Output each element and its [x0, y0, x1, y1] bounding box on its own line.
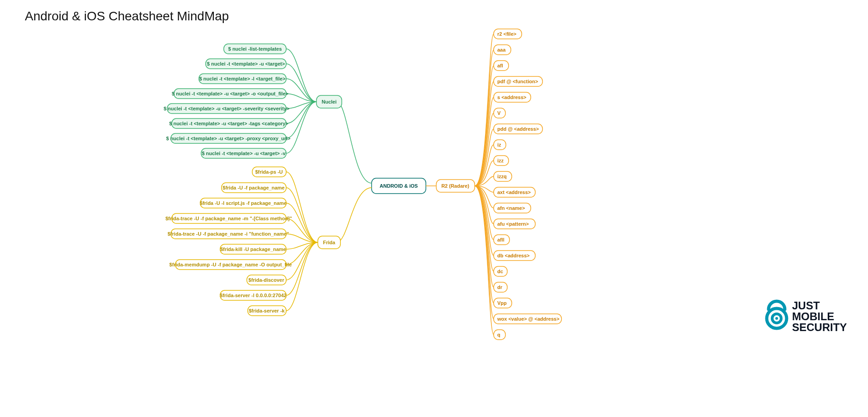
radare-leaf-10: axt <address> — [475, 186, 535, 197]
svg-text:$ nuclei -t <template> -u <tar: $ nuclei -t <template> -u <target> -o <o… — [172, 91, 288, 96]
lock-icon — [767, 301, 787, 328]
nuclei-label: Nuclei — [321, 99, 336, 104]
logo-line2: MOBILE — [792, 310, 834, 322]
frida-leaf-4: $frida-trace -U -f package_name -i "func… — [168, 229, 318, 242]
radare-label: R2 (Radare) — [441, 183, 469, 189]
nuclei-leaf-3: $ nuclei -t <template> -u <target> -o <o… — [172, 89, 316, 102]
svg-text:axt <address>: axt <address> — [497, 190, 531, 195]
svg-text:afl: afl — [497, 63, 503, 68]
svg-text:$ nuclei -t <template> -u <tar: $ nuclei -t <template> -u <target> -seve… — [164, 106, 289, 111]
edge-root-frida — [337, 188, 372, 242]
svg-text:afll: afll — [497, 237, 505, 242]
root-label: ANDROID & iOS — [380, 183, 418, 189]
svg-text:dc: dc — [497, 269, 503, 274]
nuclei-leaf-4: $ nuclei -t <template> -u <target> -seve… — [164, 102, 316, 114]
svg-text:$frida-server -k: $frida-server -k — [249, 308, 285, 313]
svg-text:$frida -U -l script.js -f pack: $frida -U -l script.js -f package_name — [200, 200, 287, 206]
svg-text:$frida -U -f package_name: $frida -U -f package_name — [223, 185, 285, 190]
svg-text:dr: dr — [497, 284, 503, 290]
svg-text:r2 <file>: r2 <file> — [497, 31, 516, 37]
brand-logo: JUST MOBILE SECURITY — [767, 299, 847, 333]
svg-text:$ nuclei -t <template> -u <tar: $ nuclei -t <template> -u <target> -v — [202, 151, 286, 156]
svg-text:izz: izz — [497, 158, 504, 163]
svg-text:wox <value> @ <address>: wox <value> @ <address> — [497, 316, 559, 322]
svg-text:Vpp: Vpp — [497, 300, 507, 306]
svg-text:$frida-trace -U -f package_nam: $frida-trace -U -f package_name -i "func… — [168, 231, 289, 237]
svg-text:$ nuclei -t <template> -u <tar: $ nuclei -t <template> -u <target> — [207, 61, 285, 66]
svg-text:afu <pattern>: afu <pattern> — [497, 221, 529, 227]
frida-node: Frida — [318, 236, 340, 249]
svg-text:V: V — [497, 110, 501, 116]
svg-text:iz: iz — [497, 142, 501, 147]
nuclei-node: Nuclei — [316, 95, 342, 108]
logo-line3: SECURITY — [792, 321, 847, 333]
svg-text:$frida-server -l 0.0.0.0:27042: $frida-server -l 0.0.0.0:27042 — [220, 293, 286, 298]
radare-leaf-15: dc — [475, 186, 507, 276]
svg-text:pdd @ <address>: pdd @ <address> — [497, 126, 539, 132]
frida-leaf-5: $frida-kill -U package_name — [220, 242, 318, 254]
svg-text:$frida-kill -U package_name: $frida-kill -U package_name — [220, 246, 286, 252]
svg-point-82 — [775, 317, 778, 320]
svg-text:$ nuclei -t <template> -u <tar: $ nuclei -t <template> -u <target> -prox… — [166, 136, 290, 141]
svg-text:q: q — [497, 332, 500, 337]
svg-text:afn <name>: afn <name> — [497, 205, 525, 211]
page-title: Android & iOS Cheatsheet MindMap — [25, 9, 229, 24]
svg-text:$frida-trace -U -f package_nam: $frida-trace -U -f package_name -m "-[Cl… — [165, 216, 292, 221]
logo-line1: JUST — [792, 299, 820, 312]
svg-text:izzq: izzq — [497, 174, 507, 179]
frida-label: Frida — [323, 240, 336, 245]
svg-text:$ nuclei -t <template> -u <tar: $ nuclei -t <template> -u <target> -tags… — [169, 121, 288, 126]
svg-text:db <address>: db <address> — [497, 253, 530, 258]
svg-text:pdf @ <function>: pdf @ <function> — [497, 79, 538, 84]
svg-text:$ nuclei -list-templates: $ nuclei -list-templates — [228, 46, 282, 52]
svg-text:$ nuclei -t <template> -l <tar: $ nuclei -t <template> -l <target_file> — [199, 76, 286, 81]
svg-text:s <address>: s <address> — [497, 95, 526, 100]
svg-text:$frida-discover: $frida-discover — [249, 277, 285, 283]
svg-text:$frida-memdump -U -f package_n: $frida-memdump -U -f package_name -O out… — [170, 262, 292, 267]
radare-node: R2 (Radare) — [436, 180, 475, 192]
svg-text:$frida-ps -U: $frida-ps -U — [255, 169, 283, 175]
root-node: ANDROID & iOS — [372, 178, 426, 194]
mindmap-canvas: ANDROID & iOS Nuclei $ nuclei -list-temp… — [0, 0, 868, 417]
svg-text:aaa: aaa — [497, 47, 506, 52]
edge-root-nuclei — [337, 102, 372, 183]
